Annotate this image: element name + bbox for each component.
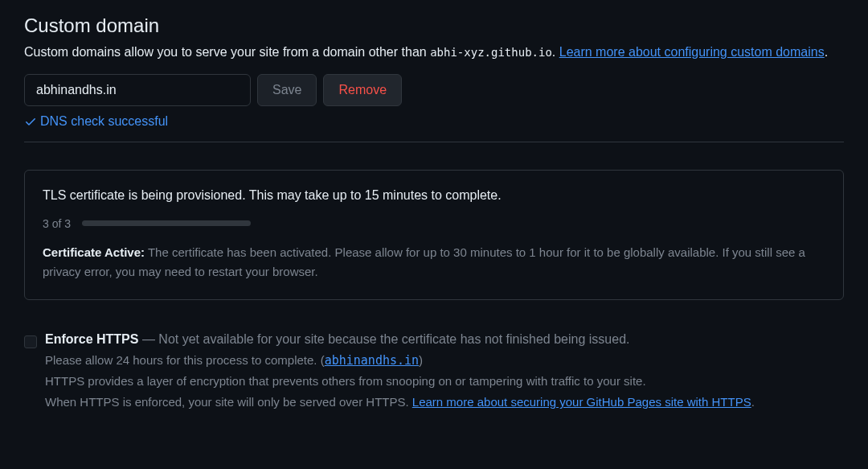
certificate-description: Certificate Active: The certificate has … bbox=[43, 243, 825, 282]
line2-prefix: Please allow 24 hours for this process t… bbox=[45, 353, 325, 367]
domain-link[interactable]: abhinandhs.in bbox=[325, 353, 419, 368]
domain-input[interactable] bbox=[24, 74, 251, 106]
line4-prefix: When HTTPS is enforced, your site will o… bbox=[45, 395, 412, 409]
desc-period: . bbox=[552, 45, 559, 59]
certificate-title: Certificate Active: bbox=[43, 245, 145, 259]
repo-code: abhi-xyz.github.io bbox=[430, 46, 552, 59]
enforce-https-title: Enforce HTTPS bbox=[45, 332, 138, 346]
certificate-text: The certificate has been activated. Plea… bbox=[43, 245, 805, 278]
enforce-https-title-row: Enforce HTTPS — Not yet available for yo… bbox=[45, 332, 844, 347]
dns-status-text: DNS check successful bbox=[40, 114, 168, 129]
dash: — bbox=[138, 332, 158, 346]
progress-bar bbox=[82, 220, 251, 226]
dns-status: DNS check successful bbox=[24, 114, 844, 129]
not-available-text: Not yet available for your site because … bbox=[158, 332, 629, 346]
desc-text: Custom domains allow you to serve your s… bbox=[24, 45, 430, 59]
section-title: Custom domain bbox=[24, 14, 844, 37]
line2-suffix: ) bbox=[419, 353, 423, 367]
check-icon bbox=[24, 115, 37, 128]
https-learn-more-link[interactable]: Learn more about securing your GitHub Pa… bbox=[412, 395, 751, 409]
learn-more-link[interactable]: Learn more about configuring custom doma… bbox=[559, 45, 825, 59]
progress-row: 3 of 3 bbox=[43, 217, 825, 230]
line3: HTTPS provides a layer of encryption tha… bbox=[45, 374, 646, 388]
save-button[interactable]: Save bbox=[257, 74, 317, 106]
tls-message: TLS certificate is being provisioned. Th… bbox=[43, 188, 825, 203]
progress-label: 3 of 3 bbox=[43, 217, 71, 230]
enforce-https-section: Enforce HTTPS — Not yet available for yo… bbox=[24, 332, 844, 413]
section-description: Custom domains allow you to serve your s… bbox=[24, 42, 844, 63]
desc-trailing: . bbox=[825, 45, 828, 59]
remove-button[interactable]: Remove bbox=[323, 74, 402, 106]
domain-input-row: Save Remove bbox=[24, 74, 844, 106]
line4-suffix: . bbox=[751, 395, 755, 409]
enforce-https-checkbox[interactable] bbox=[24, 335, 37, 348]
enforce-https-description: Please allow 24 hours for this process t… bbox=[45, 350, 844, 413]
divider bbox=[24, 142, 844, 142]
tls-status-box: TLS certificate is being provisioned. Th… bbox=[24, 170, 844, 300]
